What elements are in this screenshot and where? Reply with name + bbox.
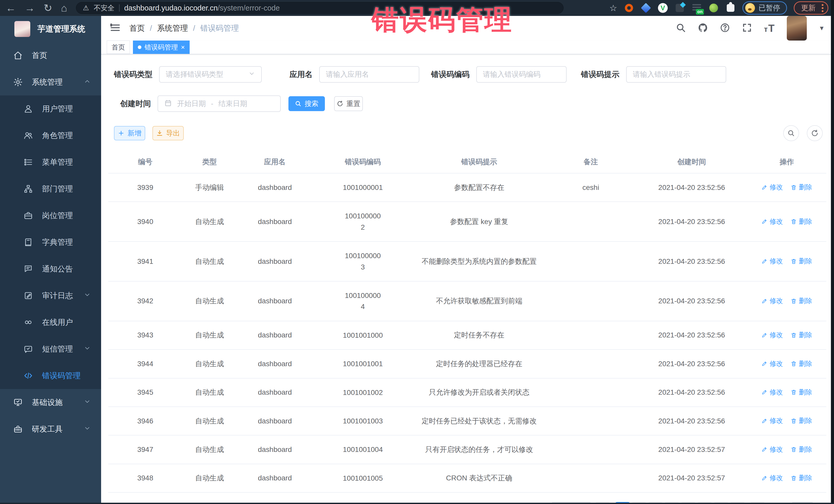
row-type: 自动生成 <box>182 202 237 241</box>
sidebar-item-role-management[interactable]: 角色管理 <box>0 122 101 149</box>
row-time: 2021-04-20 23:52:56 <box>636 350 748 378</box>
edit-link[interactable]: 修改 <box>761 257 783 266</box>
column-header: 创建时间 <box>636 152 748 173</box>
window-scrollbar[interactable] <box>831 0 834 504</box>
delete-link[interactable]: 删除 <box>791 297 812 305</box>
sidebar-item-infrastructure[interactable]: 基础设施 <box>0 389 101 416</box>
delete-link[interactable]: 删除 <box>791 257 812 266</box>
font-size-icon[interactable]: тT <box>764 23 775 34</box>
row-hint: 定时任务不存在 <box>413 321 546 350</box>
row-hint: 不能删除类型为系统内置的参数配置 <box>413 241 546 281</box>
app-name-input[interactable]: 请输入应用名 <box>319 66 419 83</box>
delete-link[interactable]: 删除 <box>791 359 812 368</box>
help-icon[interactable] <box>720 23 730 34</box>
row-remark <box>546 407 636 435</box>
delete-link[interactable]: 删除 <box>791 445 812 454</box>
delete-link[interactable]: 删除 <box>791 416 812 425</box>
bookmark-star-icon[interactable]: ☆ <box>610 3 617 13</box>
chevron-down-icon <box>84 398 91 407</box>
sidebar-item-online-users[interactable]: 在线用户 <box>0 309 101 336</box>
column-header: 编号 <box>108 152 182 173</box>
edit-link[interactable]: 修改 <box>761 359 783 368</box>
chat-icon <box>24 264 33 273</box>
table-row: 3941自动生成dashboard100100000 3不能删除类型为系统内置的… <box>108 241 826 281</box>
forward-icon[interactable]: → <box>25 3 35 13</box>
avatar-caret-icon[interactable]: ▼ <box>819 25 825 32</box>
tab-active[interactable]: 错误码管理× <box>133 41 190 54</box>
back-icon[interactable]: ← <box>6 3 16 13</box>
browser-menu-kebab-icon[interactable] <box>822 4 824 12</box>
sidebar-item-error-code-management[interactable]: 错误码管理 <box>0 363 101 389</box>
delete-link[interactable]: 删除 <box>791 217 812 226</box>
reset-button[interactable]: 重置 <box>334 96 363 111</box>
edit-link[interactable]: 修改 <box>761 183 783 192</box>
row-id: 3946 <box>108 407 182 435</box>
extension-key-icon[interactable] <box>708 3 719 13</box>
sidebar-item-sms-management[interactable]: 短信管理 <box>0 336 101 363</box>
user-avatar[interactable] <box>787 16 807 41</box>
add-button[interactable]: 新增 <box>114 126 145 140</box>
calendar-icon <box>164 99 172 109</box>
home-icon[interactable]: ⌂ <box>61 3 67 13</box>
search-icon[interactable] <box>676 23 686 34</box>
sidebar-toggle-icon[interactable] <box>110 22 120 34</box>
error-type-select[interactable]: 请选择错误码类型 <box>159 66 262 83</box>
tab-label: 首页 <box>112 43 125 52</box>
delete-link[interactable]: 删除 <box>791 388 812 397</box>
extensions-puzzle-icon[interactable] <box>725 3 736 13</box>
fullscreen-icon[interactable] <box>742 23 752 34</box>
github-icon[interactable] <box>698 23 708 34</box>
book-icon <box>24 238 33 247</box>
date-range-picker[interactable]: 开始日期 - 结束日期 <box>158 95 281 112</box>
sidebar-item-notice-announcement[interactable]: 通知公告 <box>0 256 101 282</box>
toggle-search-icon[interactable] <box>783 125 799 141</box>
delete-link[interactable]: 删除 <box>791 474 812 482</box>
sidebar-item-user-management[interactable]: 用户管理 <box>0 95 101 122</box>
error-code-input[interactable]: 请输入错误码编码 <box>476 66 567 83</box>
edit-link[interactable]: 修改 <box>761 217 783 226</box>
browser-update-button[interactable]: 更新 <box>794 1 828 15</box>
sidebar-item-dept-management[interactable]: 部门管理 <box>0 176 101 202</box>
delete-link[interactable]: 删除 <box>791 183 812 192</box>
breadcrumb-item[interactable]: 系统管理 <box>157 23 188 34</box>
page-content: 错误码类型 请选择错误码类型 应用名 请输入应用名 错误码编码 请输入错误码编码… <box>101 54 834 504</box>
row-remark <box>546 281 636 321</box>
extension-vue-icon[interactable]: V <box>658 3 668 13</box>
edit-link[interactable]: 修改 <box>761 474 783 482</box>
profile-paused-badge[interactable]: 已暂停 <box>742 1 787 15</box>
edit-link[interactable]: 修改 <box>761 297 783 305</box>
error-hint-label: 错误码提示 <box>581 69 619 80</box>
sidebar-item-dev-tools[interactable]: 研发工具 <box>0 416 101 442</box>
edit-link[interactable]: 修改 <box>761 416 783 425</box>
reload-icon[interactable]: ↻ <box>44 3 52 13</box>
error-hint-input[interactable]: 请输入错误码提示 <box>626 66 726 83</box>
edit-link[interactable]: 修改 <box>761 388 783 397</box>
sidebar-item-audit-log[interactable]: 审计日志 <box>0 282 101 309</box>
row-remark <box>546 321 636 350</box>
breadcrumb-separator: / <box>150 24 152 32</box>
extension-grid-icon[interactable] <box>675 3 685 13</box>
edit-link[interactable]: 修改 <box>761 445 783 454</box>
extension-gem-icon[interactable] <box>641 3 651 13</box>
sidebar-item-system-management[interactable]: 系统管理 <box>0 69 101 95</box>
column-header: 应用名 <box>237 152 313 173</box>
export-button[interactable]: 导出 <box>152 126 184 140</box>
sidebar-item-home[interactable]: 首页 <box>0 42 101 69</box>
extension-list-icon[interactable]: on <box>692 3 702 13</box>
search-button[interactable]: 搜索 <box>288 96 325 111</box>
breadcrumb-item[interactable]: 首页 <box>129 23 145 34</box>
warning-icon: ⚠ <box>83 4 89 12</box>
briefcase-icon <box>24 211 33 220</box>
tab-item[interactable]: 首页 <box>107 41 130 54</box>
sidebar-item-post-management[interactable]: 岗位管理 <box>0 202 101 229</box>
sidebar-item-dict-management[interactable]: 字典管理 <box>0 229 101 256</box>
close-icon[interactable]: × <box>181 43 185 51</box>
delete-link[interactable]: 删除 <box>791 330 812 339</box>
refresh-table-icon[interactable] <box>807 125 823 141</box>
row-type: 自动生成 <box>182 281 237 321</box>
row-actions: 修改删除 <box>747 435 826 464</box>
row-id: 3940 <box>108 202 182 241</box>
edit-link[interactable]: 修改 <box>761 330 783 339</box>
sidebar-item-menu-management[interactable]: 菜单管理 <box>0 149 101 176</box>
extension-target-icon[interactable] <box>624 3 634 13</box>
